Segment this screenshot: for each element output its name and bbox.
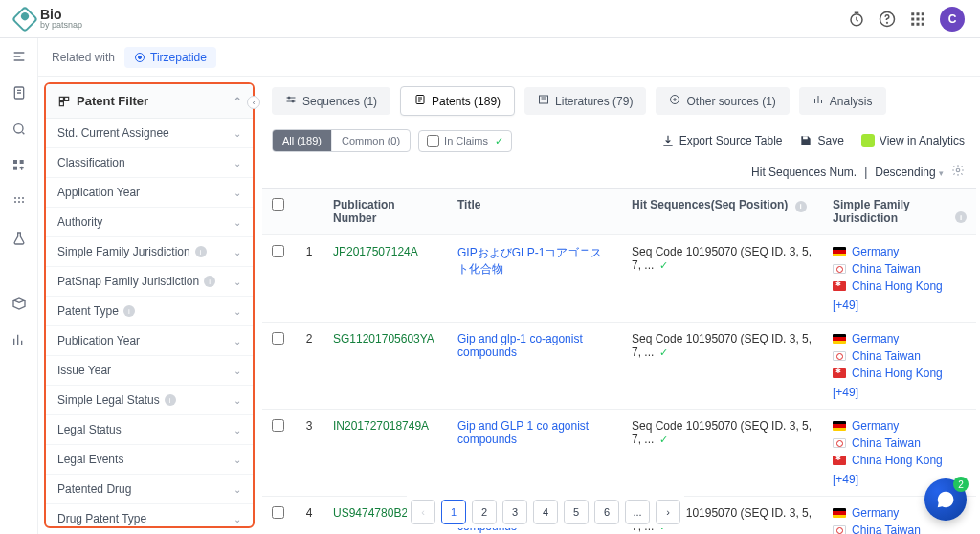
jurisdiction-link[interactable]: China Hong Kong: [833, 367, 967, 380]
filter-item[interactable]: Classification⌄: [46, 148, 253, 178]
jurisdiction-link[interactable]: Germany: [833, 332, 967, 345]
svg-point-21: [18, 201, 20, 203]
jurisdiction-link[interactable]: China Hong Kong: [833, 454, 967, 467]
col-title[interactable]: Title: [448, 189, 622, 235]
grid-plus-icon[interactable]: [11, 157, 28, 174]
page-1[interactable]: 1: [441, 500, 466, 524]
page-...[interactable]: ...: [625, 500, 650, 524]
save-button[interactable]: Save: [799, 134, 843, 147]
title-link[interactable]: GIPおよびGLP-1コアゴニスト化合物: [457, 246, 602, 276]
pill-common[interactable]: Common (0): [332, 130, 410, 151]
tab-literatures[interactable]: Literatures (79): [524, 87, 646, 115]
jurisdiction-link[interactable]: China Taiwan: [833, 523, 967, 534]
filter-item[interactable]: Authority⌄: [46, 208, 253, 237]
timer-icon[interactable]: [848, 11, 865, 28]
jurisdiction-link[interactable]: China Hong Kong: [833, 279, 967, 293]
page-next[interactable]: ›: [656, 500, 680, 524]
box-icon[interactable]: [11, 295, 28, 312]
info-icon[interactable]: i: [195, 246, 207, 257]
export-button[interactable]: Export Source Table: [661, 134, 783, 147]
tab-patents[interactable]: Patents (189): [400, 86, 515, 116]
tab-other[interactable]: Other sources (1): [656, 87, 789, 115]
brand-logo[interactable]: Bio by patsnap: [15, 8, 82, 30]
filter-item[interactable]: Simple Legal Statusi⌄: [46, 386, 253, 415]
page-2[interactable]: 2: [472, 500, 497, 524]
row-checkbox[interactable]: [272, 419, 284, 432]
filter-item[interactable]: Issue Year⌄: [46, 356, 253, 386]
pill-all[interactable]: All (189): [273, 130, 332, 151]
filter-item[interactable]: Simple Family Jurisdictioni⌄: [46, 237, 253, 267]
filter-item[interactable]: Application Year⌄: [46, 178, 253, 208]
filter-item[interactable]: Patent Typei⌄: [46, 297, 253, 326]
chevron-down-icon: ⌄: [234, 336, 241, 346]
svg-point-18: [18, 197, 20, 199]
publication-link[interactable]: IN201727018749A: [333, 419, 429, 433]
publication-link[interactable]: JP2017507124A: [333, 245, 418, 258]
filter-item[interactable]: PatSnap Family Jurisdictioni⌄: [46, 267, 253, 297]
col-jurisdiction[interactable]: Simple Family Jurisdiction i: [823, 189, 976, 235]
tab-analysis[interactable]: Analysis: [799, 87, 886, 115]
filter-list: Std. Current Assignee⌄Classification⌄App…: [46, 119, 253, 526]
jurisdiction-more[interactable]: [+49]: [833, 386, 967, 399]
tab-sequences[interactable]: Sequences (1): [272, 87, 390, 115]
row-checkbox[interactable]: [272, 332, 284, 345]
chat-fab[interactable]: 2: [924, 478, 967, 521]
publication-link[interactable]: US9474780B2: [333, 506, 408, 520]
settings-gear-icon[interactable]: [951, 164, 965, 180]
col-publication[interactable]: Publication Number: [323, 189, 448, 235]
jurisdiction-link[interactable]: Germany: [833, 245, 967, 258]
title-link[interactable]: Gip and GLP 1 co agonist compounds: [457, 419, 589, 446]
page-4[interactable]: 4: [533, 500, 558, 524]
title-link[interactable]: Gip and glp-1 co-agonist compounds: [457, 332, 583, 359]
sort-direction[interactable]: Descending ▾: [875, 166, 944, 179]
jurisdiction-link[interactable]: China Taiwan: [833, 262, 967, 276]
info-icon[interactable]: i: [955, 211, 967, 223]
in-claims-toggle[interactable]: In Claims ✓: [418, 130, 512, 152]
svg-rect-5: [922, 12, 924, 15]
dots-grid-icon[interactable]: [11, 193, 28, 211]
view-analytics-button[interactable]: View in Analytics: [861, 134, 965, 147]
jurisdiction-more[interactable]: [+49]: [833, 299, 967, 312]
user-avatar[interactable]: C: [940, 7, 965, 32]
info-icon[interactable]: i: [204, 276, 215, 287]
page-6[interactable]: 6: [594, 500, 619, 524]
flask-icon[interactable]: [11, 230, 28, 247]
select-all-checkbox[interactable]: [272, 198, 284, 211]
publication-link[interactable]: SG11201705603YA: [333, 332, 434, 345]
filter-header[interactable]: Patent Filter ⌃: [46, 84, 253, 119]
page-prev[interactable]: ‹: [411, 500, 435, 524]
related-tag[interactable]: Tirzepatide: [124, 47, 216, 68]
filter-item[interactable]: Patented Drug⌄: [46, 475, 253, 504]
filter-title: Patent Filter: [77, 94, 148, 108]
filter-item[interactable]: Std. Current Assignee⌄: [46, 119, 253, 148]
sort-field[interactable]: Hit Sequences Num.: [751, 166, 857, 179]
col-hit[interactable]: Hit Sequences(Seq Position) i: [622, 189, 823, 235]
row-checkbox[interactable]: [272, 506, 284, 519]
filter-item[interactable]: Legal Status⌄: [46, 415, 253, 445]
in-claims-checkbox[interactable]: [427, 135, 439, 147]
jurisdiction-link[interactable]: Germany: [833, 419, 967, 433]
results-table-wrap[interactable]: Publication Number Title Hit Sequences(S…: [262, 188, 976, 534]
page-3[interactable]: 3: [502, 500, 527, 524]
info-icon[interactable]: i: [795, 201, 807, 212]
chart-icon[interactable]: [11, 331, 28, 348]
panel-collapse-handle[interactable]: ‹: [247, 96, 260, 109]
row-index: 1: [295, 235, 323, 323]
document-icon[interactable]: [11, 84, 28, 101]
chevron-up-icon: ⌃: [234, 96, 241, 106]
apps-grid-icon[interactable]: [909, 11, 926, 28]
check-icon: ✓: [495, 135, 503, 147]
menu-toggle-icon[interactable]: [11, 48, 28, 65]
help-icon[interactable]: [879, 11, 896, 28]
info-icon[interactable]: i: [123, 305, 135, 317]
filter-item[interactable]: Legal Events⌄: [46, 445, 253, 475]
jurisdiction-link[interactable]: China Taiwan: [833, 436, 967, 450]
filter-item[interactable]: Publication Year⌄: [46, 326, 253, 356]
flag-de-icon: [833, 247, 846, 256]
jurisdiction-link[interactable]: China Taiwan: [833, 349, 967, 363]
filter-item[interactable]: Drug Patent Type⌄: [46, 504, 253, 526]
search-icon[interactable]: [11, 121, 28, 138]
info-icon[interactable]: i: [165, 394, 176, 406]
page-5[interactable]: 5: [564, 500, 589, 524]
row-checkbox[interactable]: [272, 245, 284, 257]
